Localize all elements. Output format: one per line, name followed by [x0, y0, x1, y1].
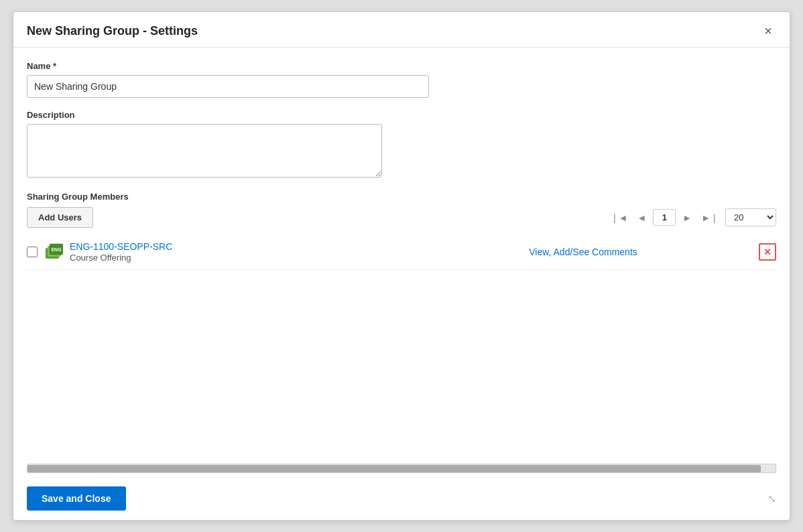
member-info: ENG-1100-SEOPP-SRC Course Offering: [70, 241, 408, 263]
next-page-button[interactable]: ►: [680, 211, 694, 224]
description-field-group: Description: [27, 110, 776, 180]
add-users-button[interactable]: Add Users: [27, 207, 93, 228]
new-sharing-group-dialog: New Sharing Group - Settings × Name * De…: [13, 11, 790, 521]
last-page-button[interactable]: ►❘: [698, 211, 721, 224]
name-field-group: Name *: [27, 61, 776, 98]
course-icon: ENG: [44, 243, 63, 261]
table-row: ENG ENG-1100-SEOPP-SRC Course Offering V…: [27, 235, 776, 270]
member-checkbox[interactable]: [27, 247, 38, 257]
members-section: Sharing Group Members Add Users ❘◄ ◄ ► ►…: [27, 192, 776, 270]
dialog-header: New Sharing Group - Settings ×: [13, 12, 790, 48]
page-number-input[interactable]: [653, 209, 676, 226]
first-page-button[interactable]: ❘◄: [608, 211, 631, 224]
member-type: Course Offering: [70, 253, 408, 263]
dialog-body: Name * Description Sharing Group Members…: [13, 48, 790, 457]
delete-icon: ✕: [763, 247, 771, 257]
members-label: Sharing Group Members: [27, 192, 776, 202]
delete-member-button[interactable]: ✕: [759, 243, 776, 261]
pagination-controls: ❘◄ ◄ ► ►❘ 20 50 100: [608, 208, 776, 226]
resize-handle[interactable]: ⤡: [767, 492, 776, 505]
scrollbar-thumb: [27, 465, 761, 473]
scrollbar-container: [13, 457, 790, 478]
horizontal-scrollbar[interactable]: [27, 464, 776, 473]
per-page-select[interactable]: 20 50 100: [725, 208, 776, 226]
description-label: Description: [27, 110, 776, 120]
close-button[interactable]: ×: [760, 23, 776, 39]
svg-text:ENG: ENG: [51, 247, 62, 252]
description-input[interactable]: [27, 124, 382, 178]
dialog-footer: Save and Close ⤡: [13, 478, 790, 520]
save-close-button[interactable]: Save and Close: [27, 486, 126, 511]
member-name-link[interactable]: ENG-1100-SEOPP-SRC: [70, 241, 408, 252]
dialog-title: New Sharing Group - Settings: [27, 24, 198, 38]
members-toolbar: Add Users ❘◄ ◄ ► ►❘ 20 50 100: [27, 207, 776, 228]
name-label: Name *: [27, 61, 776, 71]
prev-page-button[interactable]: ◄: [634, 211, 649, 224]
name-input[interactable]: [27, 75, 429, 98]
member-permissions-link[interactable]: View, Add/See Comments: [414, 247, 752, 257]
